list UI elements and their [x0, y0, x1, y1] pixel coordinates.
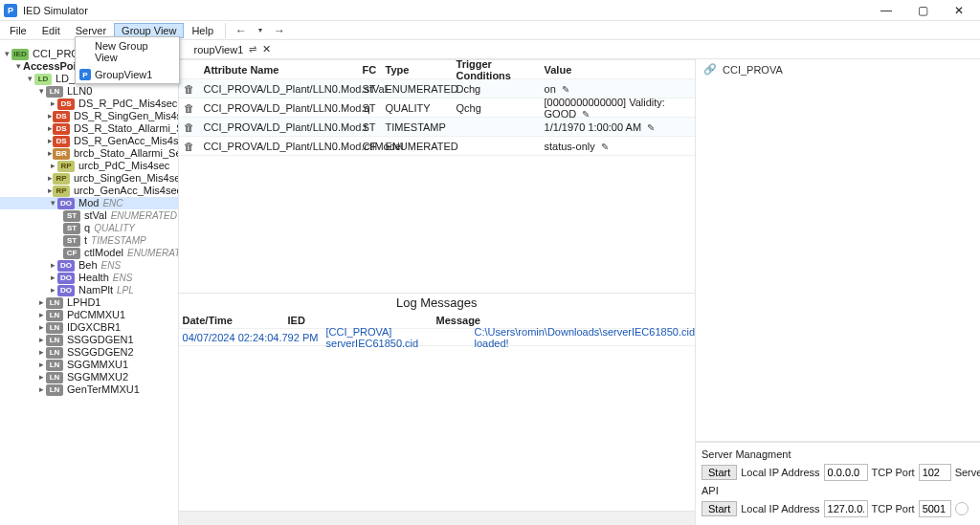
tree-urcb_GenAcc_Mis4sec[interactable]: ▸RPurcb_GenAcc_Mis4sec: [0, 185, 178, 197]
tree-ln-SSGGDGEN1[interactable]: ▸LNSSGGDGEN1: [0, 334, 178, 346]
group-view-dropdown: New Group View PGroupView1: [75, 36, 180, 84]
server-management-panel: Server Managment Start Local IP Address …: [696, 442, 980, 525]
dropdown-groupview1[interactable]: PGroupView1: [76, 66, 179, 83]
col-trigger[interactable]: Trigger Conditions: [457, 58, 541, 81]
log-panel: Log Messages Date/Time IED Message 04/07…: [179, 293, 695, 525]
server-ip-input[interactable]: [824, 464, 868, 481]
tree-urcb_PdC_Mis4sec[interactable]: ▸RPurcb_PdC_Mis4sec: [0, 160, 178, 172]
tree-ln-GenTerMMXU1[interactable]: ▸LNGenTerMMXU1: [0, 383, 178, 396]
edit-icon[interactable]: ✎: [582, 109, 590, 120]
api-start-button[interactable]: Start: [702, 501, 737, 516]
tab-label: roupView1: [194, 44, 244, 55]
tree-attr-t[interactable]: STtTIMESTAMP: [0, 234, 178, 247]
api-title: API: [702, 485, 974, 496]
edit-icon[interactable]: ✎: [562, 84, 569, 95]
edit-icon[interactable]: ✎: [601, 142, 609, 152]
server-start-button[interactable]: Start: [702, 465, 737, 480]
tree-ln-SGGMMXU2[interactable]: ▸LNSGGMMXU2: [0, 371, 178, 383]
grid-row[interactable]: 🗑CCI_PROVA/LD_Plant/LLN0.Mod.qSTQUALITYQ…: [179, 98, 695, 118]
menu-help[interactable]: Help: [184, 23, 221, 38]
tab-groupview1[interactable]: roupView1 ⇌ ✕: [187, 41, 279, 57]
titlebar: P IED Simulator — ▢ ✕: [0, 0, 980, 21]
tree-NamPlt[interactable]: ▸DONamPltLPL: [0, 284, 178, 296]
tree-brcb_Stato_Allarmi_Segnali[interactable]: ▸BRbrcb_Stato_Allarmi_Segnali: [0, 147, 178, 160]
api-ip-input[interactable]: [824, 500, 868, 517]
log-horizontal-scrollbar[interactable]: [179, 511, 695, 525]
server-port-input[interactable]: [919, 464, 951, 481]
tree-ln-PdCMMXU1[interactable]: ▸LNPdCMMXU1: [0, 309, 178, 321]
preview-panel: 🔗CCI_PROVA: [696, 59, 980, 442]
log-row[interactable]: 04/07/2024 02:24:04.792 PM[CCI_PROVA] se…: [179, 329, 695, 346]
menu-edit[interactable]: Edit: [34, 23, 68, 38]
minimize-button[interactable]: —: [875, 4, 898, 17]
tree-attr-ctlModel[interactable]: CFctlModelENUMERATED: [0, 247, 178, 259]
log-col-ied[interactable]: IED: [288, 315, 436, 326]
nav-forward[interactable]: →: [268, 22, 291, 39]
server-management-title: Server Managment: [702, 448, 974, 460]
app-title: IED Simulator: [23, 5, 875, 16]
groupview-icon: P: [79, 69, 91, 80]
tree-attr-stVal[interactable]: STstValENUMERATED: [0, 209, 178, 222]
tree-Beh[interactable]: ▸DOBehENS: [0, 259, 178, 272]
app-icon: P: [4, 4, 17, 17]
api-status-indicator: [955, 502, 969, 515]
edit-icon[interactable]: ✎: [647, 122, 655, 133]
trash-icon[interactable]: 🗑: [179, 121, 200, 133]
tree-DS_R_PdC_Mis4sec[interactable]: ▸DSDS_R_PdC_Mis4sec: [0, 98, 178, 110]
col-attribute-name[interactable]: Attribute Name: [200, 64, 363, 76]
tab-close[interactable]: ✕: [262, 43, 271, 55]
server-label: Server: [955, 467, 980, 478]
lip-label: Local IP Address: [741, 467, 819, 478]
grid-row[interactable]: 🗑CCI_PROVA/LD_Plant/LLN0.Mod.tSTTIMESTAM…: [179, 118, 695, 137]
tree-lln0[interactable]: ▾LNLLN0: [0, 85, 178, 98]
tree-DS_R_SingGen_Mis4sec[interactable]: ▸DSDS_R_SingGen_Mis4sec: [0, 110, 178, 122]
attribute-grid: Attribute Name FC Type Trigger Condition…: [179, 59, 695, 156]
tabbar: roupView1 ⇌ ✕: [179, 40, 980, 59]
col-fc[interactable]: FC: [363, 64, 386, 76]
log-col-message[interactable]: Message: [436, 315, 695, 326]
tree-DS_R_Stato_Allarmi_Segnali[interactable]: ▸DSDS_R_Stato_Allarmi_Segnali: [0, 122, 178, 135]
log-col-datetime[interactable]: Date/Time: [183, 315, 288, 326]
tree-ln-LPHD1[interactable]: ▸LNLPHD1: [0, 296, 178, 309]
nav-dropdown[interactable]: ▾: [253, 24, 268, 36]
tree-ln-SGGMMXU1[interactable]: ▸LNSGGMMXU1: [0, 359, 178, 371]
tree-attr-q[interactable]: STqQUALITY: [0, 222, 178, 234]
preview-name: CCI_PROVA: [723, 64, 783, 76]
tree-Health[interactable]: ▸DOHealthENS: [0, 272, 178, 284]
tree-DS_R_GenAcc_Mis4sec[interactable]: ▸DSDS_R_GenAcc_Mis4sec: [0, 135, 178, 147]
close-button[interactable]: ✕: [947, 4, 970, 17]
api-lip-label: Local IP Address: [741, 503, 819, 514]
tcp-label: TCP Port: [872, 467, 915, 478]
tree-ln-IDGXCBR1[interactable]: ▸LNIDGXCBR1: [0, 321, 178, 334]
log-title: Log Messages: [179, 294, 695, 312]
api-tcp-label: TCP Port: [872, 503, 915, 514]
trash-icon[interactable]: 🗑: [179, 83, 200, 95]
dropdown-new-group-view[interactable]: New Group View: [76, 37, 179, 66]
model-tree: ▾IEDCCI_PROVA ▾AccessPoint CCI_APN ▾LDLD…: [0, 40, 179, 525]
col-value[interactable]: Value: [541, 64, 695, 76]
api-port-input[interactable]: [919, 500, 951, 517]
tree-ln-SSGGDGEN2[interactable]: ▸LNSSGGDGEN2: [0, 346, 178, 359]
trash-icon[interactable]: 🗑: [179, 102, 200, 114]
nav-back[interactable]: ←: [230, 22, 253, 39]
tree-mod[interactable]: ▾DOModENC: [0, 197, 178, 209]
maximize-button[interactable]: ▢: [911, 4, 934, 17]
main-area: roupView1 ⇌ ✕ Attribute Name FC Type Tri…: [179, 40, 980, 525]
col-type[interactable]: Type: [386, 64, 457, 76]
grid-row[interactable]: 🗑CCI_PROVA/LD_Plant/LLN0.Mod.ctlModelCFE…: [179, 137, 695, 156]
menu-file[interactable]: File: [2, 23, 34, 38]
link-icon: 🔗: [703, 63, 717, 76]
tab-state-icon: ⇌: [249, 44, 256, 55]
trash-icon[interactable]: 🗑: [179, 141, 200, 152]
tree-urcb_SingGen_Mis4sec[interactable]: ▸RPurcb_SingGen_Mis4sec: [0, 172, 178, 185]
